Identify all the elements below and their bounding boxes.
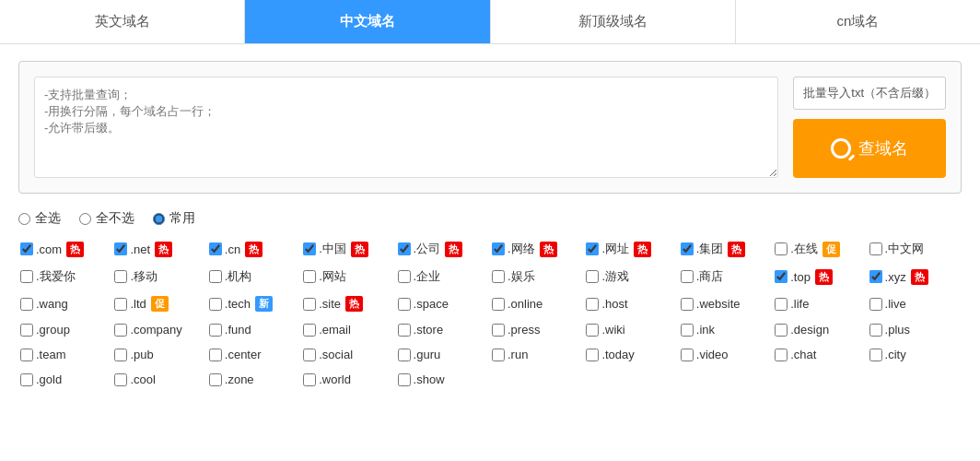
tld-checkbox[interactable] bbox=[681, 298, 694, 311]
tab-chinese[interactable]: 中文域名 bbox=[245, 0, 490, 43]
tld-item: .ink bbox=[679, 320, 773, 339]
tld-name: .xyz bbox=[885, 270, 906, 284]
tld-name: .游戏 bbox=[601, 268, 629, 285]
tld-checkbox[interactable] bbox=[303, 349, 316, 361]
deselect-all-radio[interactable] bbox=[79, 213, 91, 225]
tld-item: .host bbox=[584, 293, 678, 314]
tld-name: .host bbox=[601, 297, 627, 311]
select-all-radio[interactable] bbox=[18, 213, 30, 225]
tld-checkbox[interactable] bbox=[114, 373, 127, 386]
tld-checkbox[interactable] bbox=[681, 242, 694, 255]
tld-item: .chat bbox=[773, 345, 867, 364]
tld-checkbox[interactable] bbox=[869, 324, 882, 337]
tld-checkbox[interactable] bbox=[398, 270, 411, 283]
tld-name: .team bbox=[36, 348, 66, 361]
tld-checkbox[interactable] bbox=[869, 242, 882, 255]
tld-name: .show bbox=[414, 372, 445, 386]
tld-checkbox[interactable] bbox=[114, 270, 127, 283]
tld-name: .企业 bbox=[414, 268, 441, 285]
tld-checkbox[interactable] bbox=[869, 349, 882, 361]
tld-name: .company bbox=[130, 323, 181, 337]
tld-checkbox[interactable] bbox=[492, 349, 505, 361]
tld-checkbox[interactable] bbox=[20, 324, 33, 337]
tld-checkbox[interactable] bbox=[492, 324, 505, 337]
tld-checkbox[interactable] bbox=[492, 298, 505, 311]
tld-item: .xyz热 bbox=[868, 266, 962, 288]
common-radio[interactable] bbox=[153, 213, 165, 225]
tld-checkbox[interactable] bbox=[398, 373, 411, 386]
tld-checkbox[interactable] bbox=[775, 349, 788, 361]
tld-checkbox[interactable] bbox=[681, 349, 694, 361]
tld-checkbox[interactable] bbox=[398, 242, 411, 255]
tld-name: .pub bbox=[130, 348, 153, 361]
tld-checkbox[interactable] bbox=[209, 373, 222, 386]
search-button[interactable]: 查域名 bbox=[793, 119, 946, 178]
tld-checkbox[interactable] bbox=[209, 324, 222, 337]
tld-name: .网站 bbox=[319, 268, 346, 285]
tld-checkbox[interactable] bbox=[681, 324, 694, 337]
tld-checkbox[interactable] bbox=[681, 270, 694, 283]
tld-checkbox[interactable] bbox=[303, 298, 316, 311]
import-button[interactable]: 批量导入txt（不含后缀） bbox=[793, 77, 946, 110]
tld-checkbox[interactable] bbox=[586, 298, 599, 311]
tld-checkbox[interactable] bbox=[775, 242, 788, 255]
tld-checkbox[interactable] bbox=[20, 270, 33, 283]
tld-checkbox[interactable] bbox=[114, 349, 127, 361]
tld-checkbox[interactable] bbox=[398, 324, 411, 337]
tld-checkbox[interactable] bbox=[209, 242, 222, 255]
tld-checkbox[interactable] bbox=[775, 324, 788, 337]
tld-checkbox[interactable] bbox=[114, 242, 127, 255]
tld-checkbox[interactable] bbox=[398, 298, 411, 311]
tld-item: .center bbox=[207, 345, 301, 364]
tld-checkbox[interactable] bbox=[869, 270, 882, 283]
tld-checkbox[interactable] bbox=[492, 242, 505, 255]
tld-name: .wiki bbox=[601, 323, 624, 337]
tld-checkbox[interactable] bbox=[303, 373, 316, 386]
tld-checkbox[interactable] bbox=[20, 373, 33, 386]
tld-checkbox[interactable] bbox=[586, 242, 599, 255]
tld-item: .net热 bbox=[112, 238, 206, 260]
tld-item: .group bbox=[18, 320, 112, 339]
tld-checkbox[interactable] bbox=[492, 270, 505, 283]
tld-checkbox[interactable] bbox=[303, 324, 316, 337]
tld-checkbox[interactable] bbox=[586, 270, 599, 283]
tld-badge: 促 bbox=[151, 296, 169, 312]
tld-checkbox[interactable] bbox=[586, 324, 599, 337]
tld-item: .store bbox=[396, 320, 490, 339]
tld-checkbox[interactable] bbox=[20, 242, 33, 255]
domain-input[interactable] bbox=[34, 77, 778, 178]
tab-newtld[interactable]: 新顶级域名 bbox=[491, 0, 736, 43]
tld-name: .website bbox=[696, 297, 741, 311]
tld-checkbox[interactable] bbox=[303, 270, 316, 283]
tab-english[interactable]: 英文域名 bbox=[0, 0, 245, 43]
tld-checkbox[interactable] bbox=[775, 298, 788, 311]
tld-name: .在线 bbox=[790, 241, 818, 257]
tld-name: .cool bbox=[130, 372, 155, 386]
tab-cn[interactable]: cn域名 bbox=[736, 0, 980, 43]
tld-checkbox[interactable] bbox=[114, 324, 127, 337]
tld-checkbox[interactable] bbox=[869, 298, 882, 311]
tld-item: .在线促 bbox=[773, 238, 867, 260]
tld-checkbox[interactable] bbox=[114, 298, 127, 311]
select-all-option[interactable]: 全选 bbox=[18, 210, 61, 227]
tld-item: .press bbox=[490, 320, 584, 339]
tld-checkbox[interactable] bbox=[20, 298, 33, 311]
tld-item: .wang bbox=[18, 293, 112, 314]
tld-name: .design bbox=[790, 323, 829, 337]
tld-checkbox[interactable] bbox=[209, 349, 222, 361]
tld-name: .chat bbox=[790, 348, 816, 361]
tld-checkbox[interactable] bbox=[586, 349, 599, 361]
tld-checkbox[interactable] bbox=[398, 349, 411, 361]
tld-checkbox[interactable] bbox=[209, 270, 222, 283]
deselect-all-option[interactable]: 全不选 bbox=[79, 210, 134, 227]
tld-checkbox[interactable] bbox=[209, 298, 222, 311]
tld-checkbox[interactable] bbox=[303, 242, 316, 255]
tld-checkbox[interactable] bbox=[20, 349, 33, 361]
tld-checkbox[interactable] bbox=[775, 270, 788, 283]
common-option[interactable]: 常用 bbox=[153, 210, 195, 227]
tld-name: .中国 bbox=[319, 241, 346, 257]
tld-badge: 热 bbox=[911, 269, 928, 285]
tld-badge: 热 bbox=[245, 242, 262, 257]
tld-name: .group bbox=[36, 323, 70, 337]
tld-item: .site热 bbox=[301, 293, 395, 314]
